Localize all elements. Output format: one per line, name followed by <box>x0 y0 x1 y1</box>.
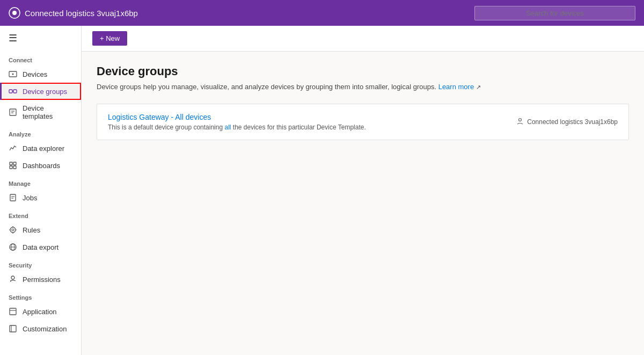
learn-more-link[interactable]: Learn more <box>438 83 474 91</box>
search-input[interactable] <box>474 6 635 20</box>
rules-icon <box>9 226 17 234</box>
external-link-icon: ↗ <box>476 84 481 90</box>
svg-point-18 <box>12 229 14 231</box>
sidebar-item-device-groups[interactable]: Device groups <box>0 83 81 100</box>
svg-point-32 <box>519 118 522 121</box>
customization-icon <box>9 324 17 333</box>
content-area: Device groups Device groups help you man… <box>82 52 644 355</box>
app-title: Connected logistics 3vuaj1x6bp <box>25 9 138 18</box>
sidebar-item-data-export[interactable]: Data export <box>0 238 81 256</box>
svg-rect-4 <box>9 90 12 93</box>
svg-rect-11 <box>13 162 16 165</box>
sidebar-section-extend: Extend <box>0 206 81 221</box>
new-button-label: + New <box>100 34 120 42</box>
svg-point-1 <box>12 11 17 15</box>
permissions-icon <box>9 275 17 284</box>
data-export-icon <box>9 243 17 251</box>
main-content: + New Device groups Device groups help y… <box>82 26 644 355</box>
sidebar-section-settings: Settings <box>0 288 81 303</box>
sidebar-item-jobs[interactable]: Jobs <box>0 189 81 206</box>
dashboards-icon <box>9 161 17 170</box>
device-group-desc-link[interactable]: all <box>224 124 231 131</box>
device-templates-icon <box>9 108 17 117</box>
sidebar-item-permissions-label: Permissions <box>23 276 61 284</box>
svg-rect-12 <box>10 166 12 169</box>
sidebar-item-rules[interactable]: Rules <box>0 221 81 238</box>
logo-icon <box>9 7 20 19</box>
sidebar-item-application[interactable]: Application <box>0 303 81 320</box>
sidebar-item-permissions[interactable]: Permissions <box>0 271 81 288</box>
device-group-card-right: Connected logistics 3vuaj1x6bp <box>516 118 618 127</box>
sidebar-section-connect: Connect <box>0 50 81 66</box>
sidebar-item-devices-label: Devices <box>23 70 47 78</box>
app-logo-area: Connected logistics 3vuaj1x6bp <box>9 7 474 19</box>
sidebar-item-application-label: Application <box>23 308 57 316</box>
svg-rect-30 <box>10 325 16 332</box>
sidebar-item-data-export-label: Data export <box>23 243 58 251</box>
device-group-description: This is a default device group containin… <box>108 124 366 131</box>
sidebar-item-dashboards-label: Dashboards <box>23 162 60 170</box>
sidebar-item-rules-label: Rules <box>23 226 40 234</box>
sidebar-item-data-explorer[interactable]: Data explorer <box>0 140 81 157</box>
sidebar-item-devices[interactable]: Devices <box>0 66 81 83</box>
sidebar-item-device-groups-label: Device groups <box>23 88 67 96</box>
svg-rect-10 <box>10 162 12 165</box>
toolbar: + New <box>82 26 644 52</box>
sidebar: ☰ Connect Devices Device groups Device t… <box>0 26 82 355</box>
devices-icon <box>9 70 17 78</box>
sidebar-item-data-explorer-label: Data explorer <box>23 144 64 153</box>
main-layout: ☰ Connect Devices Device groups Device t… <box>0 26 644 355</box>
person-icon <box>516 118 524 127</box>
sidebar-item-device-templates[interactable]: Device templates <box>0 100 81 125</box>
device-group-app-name: Connected logistics 3vuaj1x6bp <box>527 118 618 126</box>
top-header: Connected logistics 3vuaj1x6bp <box>0 0 644 26</box>
new-button[interactable]: + New <box>92 31 127 46</box>
sidebar-section-manage: Manage <box>0 174 81 189</box>
device-group-card: Logistics Gateway - All devices This is … <box>97 104 629 140</box>
device-group-card-left: Logistics Gateway - All devices This is … <box>108 113 366 131</box>
device-group-desc-end: the devices for this particular Device T… <box>233 124 366 131</box>
sidebar-item-customization-label: Customization <box>23 325 67 333</box>
sidebar-item-customization[interactable]: Customization <box>0 320 81 337</box>
device-groups-icon <box>9 87 17 96</box>
sidebar-section-security: Security <box>0 256 81 271</box>
svg-rect-7 <box>10 109 16 115</box>
sidebar-item-jobs-label: Jobs <box>23 194 37 202</box>
svg-rect-5 <box>13 90 17 93</box>
jobs-icon <box>9 193 17 202</box>
application-icon <box>9 307 17 316</box>
device-group-desc-start: This is a default device group containin… <box>108 124 223 131</box>
page-title: Device groups <box>97 64 629 78</box>
hamburger-icon: ☰ <box>9 33 17 44</box>
svg-rect-28 <box>10 308 16 315</box>
sidebar-item-device-templates-label: Device templates <box>23 104 72 120</box>
sidebar-section-analyze: Analyze <box>0 125 81 140</box>
svg-point-26 <box>11 276 14 279</box>
svg-rect-13 <box>13 166 16 169</box>
sidebar-item-dashboards[interactable]: Dashboards <box>0 157 81 174</box>
page-description: Device groups help you manage, visualize… <box>97 83 629 91</box>
svg-point-3 <box>12 74 14 75</box>
page-description-text: Device groups help you manage, visualize… <box>97 83 436 91</box>
svg-rect-14 <box>10 194 16 201</box>
data-explorer-icon <box>9 144 17 153</box>
device-group-title[interactable]: Logistics Gateway - All devices <box>108 113 366 121</box>
svg-point-17 <box>10 227 16 233</box>
hamburger-button[interactable]: ☰ <box>0 26 81 50</box>
